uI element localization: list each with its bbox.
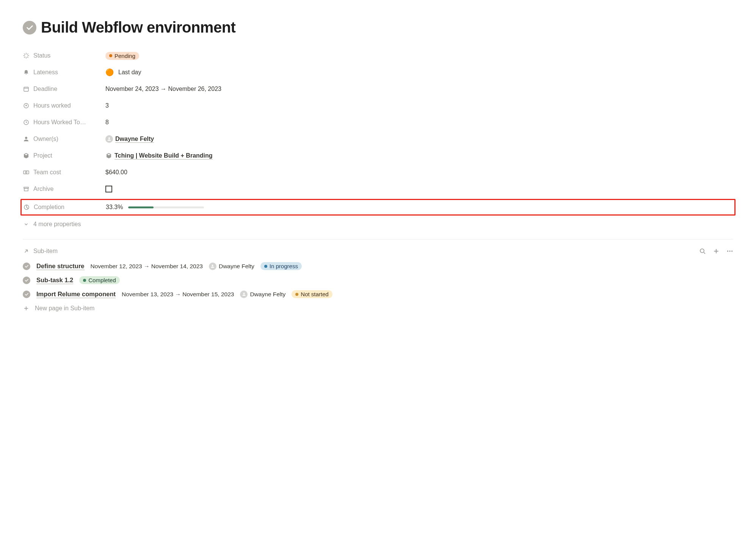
more-properties-toggle[interactable]: 4 more properties: [23, 217, 733, 231]
svg-point-26: [212, 264, 213, 266]
property-hours-worked[interactable]: Hours worked 3: [23, 97, 733, 114]
avatar-icon: [209, 263, 216, 270]
status-dot-icon: [109, 54, 112, 57]
svg-point-24: [729, 250, 730, 252]
archive-icon: [23, 186, 30, 192]
svg-line-20: [704, 252, 705, 253]
subitem-status-label: Not started: [301, 291, 328, 297]
arrow-up-right-icon: [23, 248, 30, 255]
search-button[interactable]: [699, 248, 706, 255]
check-circle-icon: [23, 291, 30, 298]
status-dot-icon: [295, 293, 298, 296]
subitem-date: November 12, 2023 → November 14, 2023: [91, 263, 203, 270]
lateness-value: Last day: [118, 69, 141, 76]
completion-label: Completion: [34, 204, 64, 211]
avatar-icon: [105, 135, 113, 143]
subitem-status-label: Completed: [88, 277, 116, 283]
plus-icon: [23, 305, 30, 312]
svg-line-4: [24, 54, 25, 55]
subitem-row[interactable]: Sub-task 1.2 Completed: [23, 273, 733, 287]
svg-rect-8: [24, 87, 28, 91]
hours-today-value: 8: [105, 119, 109, 126]
svg-point-12: [25, 137, 27, 139]
svg-rect-17: [24, 188, 28, 191]
team-cost-label: Team cost: [33, 169, 61, 176]
add-button[interactable]: [713, 248, 720, 255]
subitem-title[interactable]: Import Relume component: [36, 291, 116, 298]
page-title[interactable]: Build Webflow environment: [41, 19, 235, 36]
hours-today-label: Hours Worked To…: [33, 119, 86, 126]
archive-checkbox[interactable]: [105, 186, 112, 192]
status-dot-icon: [83, 279, 86, 282]
status-dot-icon: [264, 265, 267, 268]
subitem-status-pill[interactable]: In progress: [260, 262, 302, 270]
subitem-status-label: In progress: [270, 263, 298, 269]
subitem-date: November 13, 2023 → November 15, 2023: [122, 291, 234, 298]
subitem-row[interactable]: Define structureNovember 12, 2023 → Nove…: [23, 259, 733, 273]
properties-list: Status Pending Lateness 🟠 Last day Deadl…: [23, 47, 733, 231]
clock-icon: [23, 119, 30, 126]
status-pill[interactable]: Pending: [105, 52, 139, 60]
box-icon: [23, 152, 30, 159]
project-chip[interactable]: Tching | Website Build + Branding: [105, 152, 213, 159]
subitem-status-pill[interactable]: Completed: [79, 276, 120, 284]
avatar-icon: [240, 291, 248, 298]
box-icon: [105, 152, 112, 159]
new-subitem-label: New page in Sub-item: [35, 305, 94, 312]
subitem-owner[interactable]: Dwayne Felty: [240, 291, 285, 298]
page-check-icon: [23, 21, 36, 34]
pie-icon: [23, 204, 30, 211]
property-status[interactable]: Status Pending: [23, 47, 733, 64]
svg-line-7: [27, 54, 28, 55]
svg-point-15: [25, 172, 27, 173]
svg-point-25: [731, 250, 732, 252]
property-owners[interactable]: Owner(s) Dwayne Felty: [23, 131, 733, 147]
status-icon: [23, 52, 30, 59]
chevron-down-icon: [23, 221, 30, 228]
status-value: Pending: [114, 53, 135, 59]
progress-fill: [128, 206, 154, 208]
subitem-header-label: Sub-item: [33, 248, 58, 255]
svg-line-5: [27, 57, 28, 58]
calendar-icon: [23, 86, 30, 92]
check-circle-icon: [23, 277, 30, 284]
property-deadline[interactable]: Deadline November 24, 2023 → November 26…: [23, 81, 733, 97]
subitem-row[interactable]: Import Relume componentNovember 13, 2023…: [23, 287, 733, 301]
team-cost-value: $640.00: [105, 169, 127, 176]
download-circle-icon: [23, 102, 30, 109]
deadline-label: Deadline: [33, 86, 57, 92]
person-icon: [23, 136, 30, 142]
subitem-title[interactable]: Define structure: [36, 263, 85, 270]
hours-worked-value: 3: [105, 102, 109, 109]
orange-circle-icon: 🟠: [105, 68, 114, 77]
hours-worked-label: Hours worked: [33, 102, 71, 109]
archive-label: Archive: [33, 186, 53, 192]
svg-point-19: [700, 249, 704, 253]
subitem-status-pill[interactable]: Not started: [292, 290, 332, 298]
status-label: Status: [33, 52, 50, 59]
subitem-owner[interactable]: Dwayne Felty: [209, 263, 254, 270]
subitem-header[interactable]: Sub-item: [23, 248, 58, 255]
property-lateness[interactable]: Lateness 🟠 Last day: [23, 64, 733, 81]
owner-name: Dwayne Felty: [115, 136, 154, 143]
svg-rect-14: [24, 171, 29, 174]
property-team-cost[interactable]: Team cost $640.00: [23, 164, 733, 181]
lateness-label: Lateness: [33, 69, 58, 76]
bell-icon: [23, 69, 30, 76]
more-menu-button[interactable]: [726, 248, 733, 255]
new-subitem-button[interactable]: New page in Sub-item: [23, 301, 733, 316]
svg-point-13: [108, 138, 110, 139]
property-hours-today[interactable]: Hours Worked To… 8: [23, 114, 733, 131]
property-project[interactable]: Project Tching | Website Build + Brandin…: [23, 147, 733, 164]
subitem-title[interactable]: Sub-task 1.2: [36, 277, 73, 284]
completion-value: 33.3%: [106, 204, 123, 211]
deadline-value: November 24, 2023 → November 26, 2023: [105, 86, 221, 92]
property-completion[interactable]: Completion 33.3%: [20, 199, 736, 216]
svg-point-27: [243, 292, 245, 294]
owner-chip[interactable]: Dwayne Felty: [105, 135, 154, 143]
svg-point-23: [727, 250, 728, 252]
property-archive[interactable]: Archive: [23, 181, 733, 197]
money-icon: [23, 169, 30, 176]
divider: [23, 239, 733, 239]
more-properties-label: 4 more properties: [33, 221, 81, 228]
